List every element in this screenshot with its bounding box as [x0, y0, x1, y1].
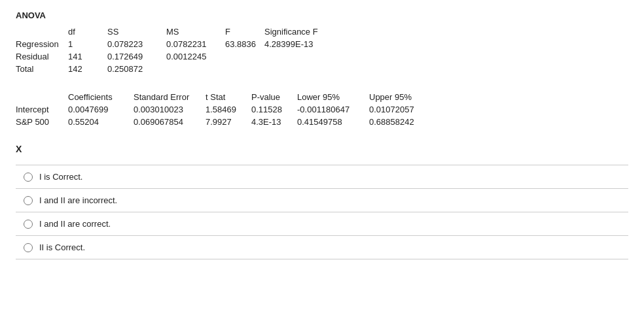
anova-header-row: df SS MS F Significance F — [16, 25, 326, 38]
anova-col-df: df — [68, 25, 107, 38]
option-radio-3[interactable] — [24, 220, 33, 229]
anova-col-empty — [16, 25, 68, 38]
anova-regression-ms: 0.0782231 — [166, 38, 225, 50]
anova-total-f — [225, 63, 264, 75]
anova-col-sigf: Significance F — [264, 25, 326, 38]
option-item-4[interactable]: II is Correct. — [16, 236, 628, 259]
option-item-1[interactable]: I is Correct. — [16, 165, 628, 189]
anova-row-residual: Residual 141 0.172649 0.0012245 — [16, 50, 326, 63]
coeff-col-coefficients: Coefficients — [68, 91, 134, 103]
coeff-intercept-lower95: -0.001180647 — [297, 103, 369, 116]
anova-regression-ss: 0.078223 — [107, 38, 166, 50]
option-item-3[interactable]: I and II are correct. — [16, 212, 628, 236]
coeff-intercept-coeff: 0.0047699 — [68, 103, 134, 116]
coeff-intercept-label: Intercept — [16, 103, 68, 116]
coeff-sp500-tstat: 7.9927 — [206, 116, 251, 128]
coeff-sp500-stderr: 0.069067854 — [134, 116, 206, 128]
anova-col-ms: MS — [166, 25, 225, 38]
coeff-col-upper95: Upper 95% — [369, 91, 422, 103]
anova-total-ss: 0.250872 — [107, 63, 166, 75]
option-label-2: I and II are incorrect. — [39, 195, 117, 205]
anova-row-total: Total 142 0.250872 — [16, 63, 326, 75]
anova-regression-f: 63.8836 — [225, 38, 264, 50]
coeff-col-tstat: t Stat — [206, 91, 251, 103]
coeff-sp500-coeff: 0.55204 — [68, 116, 134, 128]
anova-residual-df: 141 — [68, 50, 107, 63]
coefficients-section: Coefficients Standard Error t Stat P-val… — [16, 91, 628, 128]
anova-col-f: F — [225, 25, 264, 38]
option-radio-4[interactable] — [24, 243, 33, 252]
anova-total-sigf — [264, 63, 326, 75]
coeff-header-row: Coefficients Standard Error t Stat P-val… — [16, 91, 422, 103]
coeff-col-empty — [16, 91, 68, 103]
coeff-intercept-pvalue: 0.11528 — [251, 103, 297, 116]
options-list: I is Correct. I and II are incorrect. I … — [16, 165, 628, 259]
option-radio-1[interactable] — [24, 173, 33, 182]
coefficients-table: Coefficients Standard Error t Stat P-val… — [16, 91, 422, 128]
anova-table: df SS MS F Significance F Regression 1 0… — [16, 25, 326, 75]
coeff-sp500-upper95: 0.68858242 — [369, 116, 422, 128]
coeff-sp500-label: S&P 500 — [16, 116, 68, 128]
anova-regression-df: 1 — [68, 38, 107, 50]
coeff-col-pvalue: P-value — [251, 91, 297, 103]
anova-residual-ss: 0.172649 — [107, 50, 166, 63]
coeff-row-intercept: Intercept 0.0047699 0.003010023 1.58469 … — [16, 103, 422, 116]
coeff-intercept-upper95: 0.01072057 — [369, 103, 422, 116]
coeff-col-lower95: Lower 95% — [297, 91, 369, 103]
anova-section: ANOVA df SS MS F Significance F Regressi… — [16, 10, 628, 75]
anova-residual-label: Residual — [16, 50, 68, 63]
anova-regression-sigf: 4.28399E-13 — [264, 38, 326, 50]
coeff-col-stderr: Standard Error — [134, 91, 206, 103]
coeff-row-sp500: S&P 500 0.55204 0.069067854 7.9927 4.3E-… — [16, 116, 422, 128]
coeff-intercept-stderr: 0.003010023 — [134, 103, 206, 116]
anova-total-df: 142 — [68, 63, 107, 75]
anova-residual-ms: 0.0012245 — [166, 50, 225, 63]
coeff-sp500-pvalue: 4.3E-13 — [251, 116, 297, 128]
option-radio-2[interactable] — [24, 196, 33, 205]
option-label-4: II is Correct. — [39, 242, 85, 252]
anova-title: ANOVA — [16, 10, 628, 20]
x-label: X — [16, 144, 628, 154]
anova-col-ss: SS — [107, 25, 166, 38]
option-label-1: I is Correct. — [39, 172, 82, 182]
option-label-3: I and II are correct. — [39, 219, 111, 229]
option-item-2[interactable]: I and II are incorrect. — [16, 189, 628, 212]
anova-residual-f — [225, 50, 264, 63]
anova-row-regression: Regression 1 0.078223 0.0782231 63.8836 … — [16, 38, 326, 50]
anova-regression-label: Regression — [16, 38, 68, 50]
anova-total-label: Total — [16, 63, 68, 75]
coeff-intercept-tstat: 1.58469 — [206, 103, 251, 116]
anova-residual-sigf — [264, 50, 326, 63]
anova-total-ms — [166, 63, 225, 75]
coeff-sp500-lower95: 0.41549758 — [297, 116, 369, 128]
